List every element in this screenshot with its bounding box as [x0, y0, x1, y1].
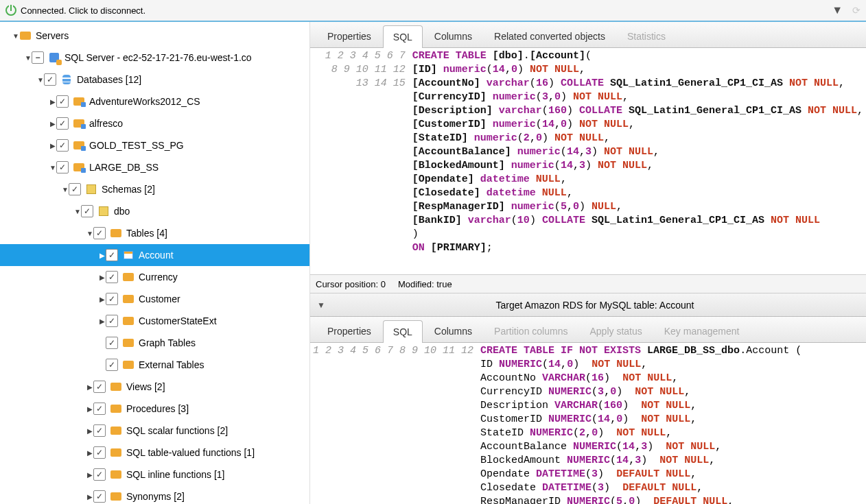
chevron-right-icon[interactable]: ▶: [49, 120, 56, 128]
tree-node-table[interactable]: ▶ CustomerStateExt: [0, 310, 309, 332]
tree-node-table[interactable]: ▶ Customer: [0, 288, 309, 310]
checkbox[interactable]: [93, 468, 106, 481]
checkbox[interactable]: [106, 293, 118, 305]
tree-node-databases[interactable]: ▼ Databases [12]: [0, 69, 309, 91]
filter-icon[interactable]: ▼: [832, 4, 843, 16]
tree-node-servers[interactable]: ▼ Servers: [0, 25, 309, 47]
tab-related[interactable]: Related converted objects: [484, 25, 616, 47]
tab-properties[interactable]: Properties: [317, 320, 382, 342]
code-body[interactable]: CREATE TABLE [dbo].[Account]( [ID] numer…: [410, 48, 866, 274]
tree-label: GOLD_TEST_SS_PG: [89, 140, 184, 151]
tree-label: Servers: [36, 30, 69, 41]
tab-statistics: Statistics: [617, 25, 676, 47]
tree-node-db[interactable]: ▶ GOLD_TEST_SS_PG: [0, 134, 309, 156]
chevron-down-icon[interactable]: ▼: [12, 32, 19, 40]
tree-label: Schemas [2]: [102, 184, 155, 195]
chevron-down-icon[interactable]: ▼: [37, 76, 44, 84]
checkbox[interactable]: [106, 271, 118, 283]
tree-label: AdventureWorks2012_CS: [89, 96, 200, 107]
chevron-down-icon[interactable]: ▼: [49, 164, 56, 171]
checkbox[interactable]: [93, 424, 106, 437]
tree-label: Synonyms [2]: [126, 491, 185, 502]
folder-icon: [122, 339, 134, 347]
tree-node-schemas[interactable]: ▼ Schemas [2]: [0, 178, 309, 200]
chevron-down-icon[interactable]: ▼: [74, 208, 81, 215]
tree-node-dbo[interactable]: ▼ dbo: [0, 200, 309, 222]
tab-sql[interactable]: SQL: [383, 25, 423, 48]
chevron-right-icon[interactable]: ▶: [86, 383, 93, 391]
tree-node-external-tables[interactable]: External Tables: [0, 354, 309, 376]
tree-node-inline-fn[interactable]: ▶ SQL inline functions [1]: [0, 464, 309, 485]
folder-icon: [110, 492, 122, 501]
tab-columns[interactable]: Columns: [424, 25, 482, 47]
checkbox[interactable]: [106, 249, 118, 261]
tab-properties[interactable]: Properties: [317, 25, 382, 47]
tree-node-table-account[interactable]: ▶ Account: [0, 244, 309, 266]
tree-node-db[interactable]: ▶ alfresco: [0, 112, 309, 134]
folder-icon: [122, 361, 134, 369]
checkbox[interactable]: [56, 117, 69, 130]
chevron-down-icon[interactable]: ▼: [62, 186, 69, 193]
connection-status[interactable]: Connected. Click to disconnect.: [21, 5, 145, 16]
chevron-right-icon[interactable]: ▶: [86, 427, 93, 435]
checkbox[interactable]: [56, 161, 69, 173]
chevron-right-icon[interactable]: ▶: [86, 493, 93, 501]
checkbox[interactable]: [106, 337, 118, 349]
tree-node-table[interactable]: ▶ Currency: [0, 266, 309, 288]
code-body[interactable]: CREATE TABLE IF NOT EXISTS LARGE_DB_SS_d…: [478, 343, 804, 504]
tree-node-table-fn[interactable]: ▶ SQL table-valued functions [1]: [0, 442, 309, 464]
tree-node-sqlserver[interactable]: ▼ SQL Server - ec2-52-17-21-76.eu-west-1…: [0, 47, 309, 69]
tree-node-db-large[interactable]: ▼ LARGE_DB_SS: [0, 156, 309, 178]
checkbox-indeterminate[interactable]: [32, 51, 44, 64]
checkbox[interactable]: [56, 139, 69, 152]
chevron-down-icon[interactable]: ▼: [86, 230, 93, 237]
target-tabs: Properties SQL Columns Partition columns…: [310, 317, 866, 343]
checkbox[interactable]: [93, 446, 106, 459]
tree-label: Customer: [139, 293, 180, 304]
tree-node-scalar-fn[interactable]: ▶ SQL scalar functions [2]: [0, 420, 309, 442]
checkbox[interactable]: [81, 205, 93, 217]
tree-node-db[interactable]: ▶ AdventureWorks2012_CS: [0, 91, 309, 112]
chevron-down-icon[interactable]: ▼: [317, 300, 325, 310]
tree-label: alfresco: [89, 118, 123, 129]
chevron-right-icon[interactable]: ▶: [49, 98, 56, 106]
tree-node-synonyms[interactable]: ▶ Synonyms [2]: [0, 485, 309, 504]
tree-label: dbo: [114, 206, 130, 217]
source-sql-editor[interactable]: 1 2 3 4 5 6 7 8 9 10 11 12 13 14 15 CREA…: [310, 48, 866, 274]
checkbox[interactable]: [69, 183, 81, 195]
folder-icon: [122, 317, 134, 325]
tree-label: Account: [139, 250, 174, 261]
editor-status-bar: Cursor position: 0 Modified: true: [310, 274, 866, 293]
object-tree[interactable]: ▼ Servers ▼ SQL Server - ec2-52-17-21-76…: [0, 22, 310, 504]
checkbox[interactable]: [44, 73, 56, 86]
chevron-right-icon[interactable]: ▶: [99, 252, 106, 259]
checkbox[interactable]: [106, 315, 118, 327]
target-sql-editor[interactable]: 1 2 3 4 5 6 7 8 9 10 11 12 CREATE TABLE …: [310, 343, 866, 504]
checkbox[interactable]: [93, 381, 106, 393]
chevron-down-icon[interactable]: ▼: [25, 54, 32, 62]
target-header[interactable]: ▼ Target Amazon RDS for MySQL table: Acc…: [310, 293, 866, 317]
checkbox[interactable]: [56, 95, 69, 108]
checkbox[interactable]: [93, 403, 106, 415]
folder-icon: [110, 427, 122, 435]
tree-node-views[interactable]: ▶ Views [2]: [0, 376, 309, 398]
chevron-right-icon[interactable]: ▶: [86, 449, 93, 457]
tab-columns[interactable]: Columns: [424, 320, 482, 342]
checkbox[interactable]: [106, 359, 118, 371]
tree-node-procedures[interactable]: ▶ Procedures [3]: [0, 398, 309, 420]
checkbox[interactable]: [93, 490, 106, 503]
folder-icon: [110, 448, 122, 457]
chevron-right-icon[interactable]: ▶: [99, 317, 106, 325]
chevron-right-icon[interactable]: ▶: [86, 471, 93, 479]
line-gutter: 1 2 3 4 5 6 7 8 9 10 11 12 13 14 15: [310, 48, 410, 274]
power-icon[interactable]: [5, 5, 16, 16]
chevron-right-icon[interactable]: ▶: [86, 405, 93, 413]
tree-node-graph-tables[interactable]: Graph Tables: [0, 332, 309, 354]
chevron-right-icon[interactable]: ▶: [99, 274, 106, 281]
target-title: Target Amazon RDS for MySQL table: Accou…: [331, 300, 859, 311]
chevron-right-icon[interactable]: ▶: [49, 142, 56, 149]
checkbox[interactable]: [93, 227, 106, 239]
tree-node-tables[interactable]: ▼ Tables [4]: [0, 222, 309, 244]
tab-sql[interactable]: SQL: [383, 320, 423, 343]
chevron-right-icon[interactable]: ▶: [99, 296, 106, 303]
